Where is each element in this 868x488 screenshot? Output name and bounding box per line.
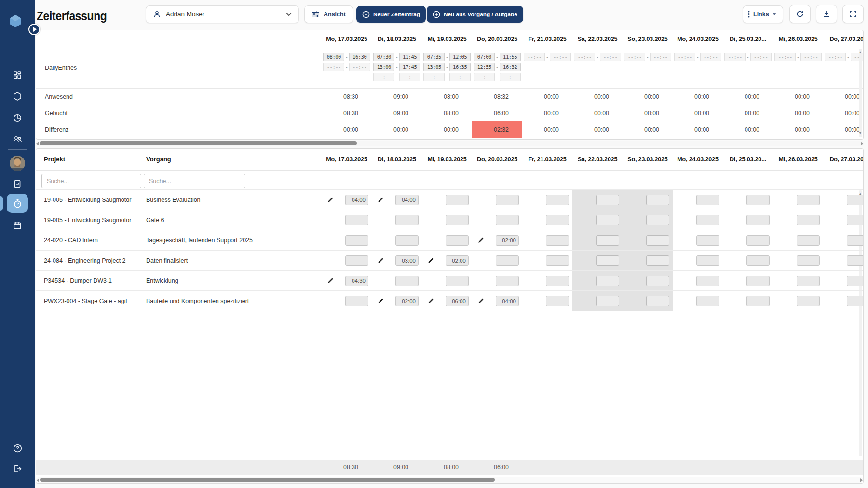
time-pair[interactable]: --:-----:--	[774, 53, 821, 61]
time-entry-input[interactable]	[446, 215, 469, 225]
edit-pencil-icon[interactable]	[377, 297, 384, 304]
time-entry-input[interactable]	[546, 215, 569, 225]
time-to-input[interactable]: --:--	[750, 53, 772, 61]
time-to-input[interactable]: --:--	[550, 53, 571, 61]
time-entry-input[interactable]	[596, 215, 619, 225]
time-to-input[interactable]: 11:45	[399, 53, 420, 61]
time-entry-input[interactable]: 04:30	[345, 276, 368, 286]
time-entry-input[interactable]	[696, 195, 719, 205]
time-entry-input[interactable]	[746, 255, 770, 266]
time-entry-input[interactable]	[847, 195, 864, 205]
time-from-input[interactable]: 07:35	[423, 53, 445, 61]
time-pair[interactable]: --:-----:--	[825, 53, 864, 61]
time-entry-input[interactable]	[847, 235, 864, 246]
time-entry-input[interactable]	[797, 195, 820, 205]
time-from-input[interactable]: --:--	[524, 53, 545, 61]
scroll-right-icon[interactable]	[860, 478, 863, 482]
time-entry-input[interactable]: 02:00	[395, 296, 419, 306]
time-pair[interactable]: --:-----:--	[624, 53, 671, 61]
dashboard-icon[interactable]	[7, 66, 28, 84]
time-from-input[interactable]: --:--	[373, 73, 394, 81]
time-pair[interactable]: --:-----:--	[574, 53, 621, 61]
time-entry-input[interactable]	[546, 195, 569, 205]
time-entry-input[interactable]	[596, 296, 619, 306]
scroll-left-icon[interactable]	[37, 478, 39, 482]
scroll-right-icon[interactable]	[861, 142, 863, 145]
time-to-input[interactable]: 16:32	[500, 63, 521, 71]
time-from-input[interactable]: --:--	[674, 53, 695, 61]
edit-pencil-icon[interactable]	[477, 297, 485, 304]
time-entry-input[interactable]: 03:00	[395, 255, 419, 266]
time-entry-input[interactable]	[596, 235, 619, 246]
time-to-input[interactable]: --:--	[700, 53, 721, 61]
edit-pencil-icon[interactable]	[377, 257, 384, 264]
time-from-input[interactable]: 13:00	[373, 63, 394, 71]
time-from-input[interactable]: 07:30	[373, 53, 394, 61]
time-to-input[interactable]: --:--	[600, 53, 621, 61]
time-entry-input[interactable]: 04:00	[496, 296, 519, 306]
download-button[interactable]	[816, 5, 837, 23]
time-entry-input[interactable]	[596, 195, 619, 205]
time-entry-input[interactable]	[696, 276, 719, 286]
project-search-input[interactable]	[41, 174, 141, 188]
time-entry-input[interactable]: 02:00	[446, 255, 469, 266]
time-to-input[interactable]: --:--	[650, 53, 671, 61]
time-entry-input[interactable]	[345, 235, 368, 246]
time-pair[interactable]: --:-----:--	[674, 53, 721, 61]
links-menu-button[interactable]: Links	[743, 5, 783, 23]
time-entry-input[interactable]	[746, 276, 770, 286]
scroll-left-icon[interactable]	[36, 142, 39, 145]
pie-chart-icon[interactable]	[7, 109, 28, 127]
edit-pencil-icon[interactable]	[427, 297, 434, 304]
new-time-entry-button[interactable]: Neuer Zeiteintrag	[356, 6, 426, 23]
sidebar-expand-button[interactable]	[28, 24, 40, 35]
time-entry-input[interactable]	[746, 296, 770, 306]
time-to-input[interactable]: --:--	[399, 73, 420, 81]
time-entry-input[interactable]: 02:00	[496, 235, 519, 246]
logout-icon[interactable]	[7, 460, 28, 478]
time-entry-input[interactable]: 06:00	[446, 296, 469, 306]
time-to-input[interactable]: 17:45	[399, 63, 420, 71]
time-from-input[interactable]: 13:05	[423, 63, 445, 71]
time-entry-input[interactable]	[546, 235, 569, 246]
time-entry-input[interactable]	[797, 215, 820, 225]
scrollbar-thumb[interactable]	[40, 478, 495, 482]
time-entry-input[interactable]	[395, 215, 419, 225]
time-pair[interactable]: --:-----:--	[474, 73, 520, 81]
time-to-input[interactable]: --:--	[349, 63, 370, 71]
time-to-input[interactable]: --:--	[800, 53, 822, 61]
time-entry-input[interactable]	[746, 215, 770, 225]
time-entry-input[interactable]	[646, 255, 669, 266]
time-entry-input[interactable]	[496, 195, 519, 205]
edit-pencil-icon[interactable]	[377, 196, 384, 203]
time-entry-input[interactable]	[596, 255, 619, 266]
time-to-input[interactable]: --:--	[449, 73, 471, 81]
time-to-input[interactable]: 16:30	[349, 53, 370, 61]
app-logo-icon[interactable]	[9, 14, 22, 28]
time-pair[interactable]: --:-----:--	[524, 53, 570, 61]
new-from-task-button[interactable]: Neu aus Vorgang / Aufgabe	[427, 6, 523, 23]
time-from-input[interactable]: 07:00	[474, 53, 495, 61]
time-pair[interactable]: 08:00-16:30	[323, 53, 370, 61]
edit-pencil-icon[interactable]	[327, 277, 334, 284]
edit-pencil-icon[interactable]	[477, 237, 485, 244]
time-entry-input[interactable]	[696, 255, 719, 266]
view-settings-button[interactable]: Ansicht	[304, 5, 353, 23]
time-entry-input[interactable]	[696, 215, 719, 225]
time-entry-input[interactable]	[696, 235, 719, 246]
time-entry-input[interactable]	[797, 276, 820, 286]
time-from-input[interactable]: 08:00	[323, 53, 344, 61]
time-pair[interactable]: 07:30-11:45	[373, 53, 420, 61]
time-to-input[interactable]: --:--	[500, 73, 521, 81]
time-pair[interactable]: 07:35-12:05	[423, 53, 470, 61]
time-entry-input[interactable]	[345, 215, 368, 225]
time-from-input[interactable]: 12:55	[474, 63, 495, 71]
time-entry-input[interactable]	[847, 296, 864, 306]
time-tracking-icon[interactable]	[7, 194, 28, 213]
time-entry-input[interactable]	[546, 255, 569, 266]
time-entry-input[interactable]	[696, 296, 719, 306]
tasks-document-icon[interactable]	[7, 175, 28, 193]
time-from-input[interactable]: --:--	[474, 73, 495, 81]
time-entry-input[interactable]	[797, 296, 820, 306]
time-entry-input[interactable]	[646, 195, 669, 205]
